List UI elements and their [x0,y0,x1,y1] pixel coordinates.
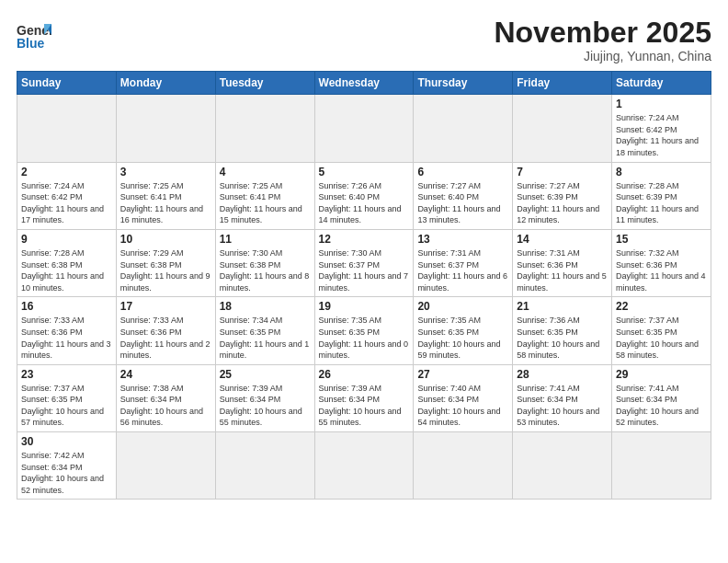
table-row: 9Sunrise: 7:28 AM Sunset: 6:38 PM Daylig… [17,229,117,296]
day-info: Sunrise: 7:35 AM Sunset: 6:35 PM Dayligh… [319,315,410,361]
day-number: 12 [319,233,410,246]
day-number: 10 [120,233,211,246]
table-row [513,432,612,500]
day-number: 20 [417,300,508,313]
day-info: Sunrise: 7:33 AM Sunset: 6:36 PM Dayligh… [120,315,211,361]
table-row: 24Sunrise: 7:38 AM Sunset: 6:34 PM Dayli… [116,364,215,431]
calendar-last-row: 30Sunrise: 7:42 AM Sunset: 6:34 PM Dayli… [17,432,711,500]
day-info: Sunrise: 7:32 AM Sunset: 6:36 PM Dayligh… [616,247,707,293]
table-row: 16Sunrise: 7:33 AM Sunset: 6:36 PM Dayli… [17,297,117,364]
table-row [215,95,314,162]
day-info: Sunrise: 7:33 AM Sunset: 6:36 PM Dayligh… [21,315,112,361]
col-friday: Friday [513,72,612,95]
day-info: Sunrise: 7:30 AM Sunset: 6:38 PM Dayligh… [220,247,311,293]
day-number: 4 [220,166,311,178]
day-number: 11 [220,233,311,246]
table-row: 20Sunrise: 7:35 AM Sunset: 6:35 PM Dayli… [414,297,513,364]
day-number: 8 [616,166,707,178]
table-row: 29Sunrise: 7:41 AM Sunset: 6:34 PM Dayli… [612,364,711,431]
day-info: Sunrise: 7:24 AM Sunset: 6:42 PM Dayligh… [21,180,112,226]
table-row [414,95,513,162]
calendar-header-row: Sunday Monday Tuesday Wednesday Thursday… [17,72,711,95]
col-saturday: Saturday [612,72,711,95]
title-block: November 2025 Jiujing, Yunnan, China [494,17,711,63]
day-number: 9 [21,233,112,246]
day-info: Sunrise: 7:37 AM Sunset: 6:35 PM Dayligh… [21,383,112,429]
col-monday: Monday [116,72,215,95]
table-row [215,432,314,500]
day-info: Sunrise: 7:39 AM Sunset: 6:34 PM Dayligh… [220,383,311,429]
table-row [116,95,215,162]
day-number: 22 [616,300,707,313]
table-row: 12Sunrise: 7:30 AM Sunset: 6:37 PM Dayli… [314,229,414,296]
table-row: 25Sunrise: 7:39 AM Sunset: 6:34 PM Dayli… [215,364,314,431]
day-number: 1 [616,98,707,110]
table-row: 10Sunrise: 7:29 AM Sunset: 6:38 PM Dayli… [116,229,215,296]
day-info: Sunrise: 7:29 AM Sunset: 6:38 PM Dayligh… [120,247,211,293]
day-info: Sunrise: 7:34 AM Sunset: 6:35 PM Dayligh… [220,315,311,361]
day-number: 14 [517,233,608,246]
day-info: Sunrise: 7:30 AM Sunset: 6:37 PM Dayligh… [319,247,410,293]
table-row: 28Sunrise: 7:41 AM Sunset: 6:34 PM Dayli… [513,364,612,431]
day-number: 15 [616,233,707,246]
table-row: 1Sunrise: 7:24 AM Sunset: 6:42 PM Daylig… [612,95,711,162]
day-info: Sunrise: 7:41 AM Sunset: 6:34 PM Dayligh… [616,383,707,429]
calendar-week-row: 2Sunrise: 7:24 AM Sunset: 6:42 PM Daylig… [17,162,711,229]
calendar-week-row: 9Sunrise: 7:28 AM Sunset: 6:38 PM Daylig… [17,229,711,296]
table-row: 6Sunrise: 7:27 AM Sunset: 6:40 PM Daylig… [414,162,513,229]
day-number: 17 [120,300,211,313]
col-wednesday: Wednesday [314,72,414,95]
day-number: 13 [417,233,508,246]
table-row: 27Sunrise: 7:40 AM Sunset: 6:34 PM Dayli… [414,364,513,431]
col-sunday: Sunday [17,72,117,95]
table-row [513,95,612,162]
day-number: 24 [120,368,211,381]
table-row: 22Sunrise: 7:37 AM Sunset: 6:35 PM Dayli… [612,297,711,364]
svg-text:Blue: Blue [17,36,45,51]
day-number: 29 [616,368,707,381]
calendar-week-row: 16Sunrise: 7:33 AM Sunset: 6:36 PM Dayli… [17,297,711,364]
table-row [414,432,513,500]
table-row [116,432,215,500]
day-info: Sunrise: 7:28 AM Sunset: 6:39 PM Dayligh… [616,180,707,226]
col-thursday: Thursday [414,72,513,95]
logo-icon: General Blue [17,17,51,52]
day-number: 7 [517,166,608,178]
day-info: Sunrise: 7:40 AM Sunset: 6:34 PM Dayligh… [417,383,508,429]
table-row: 14Sunrise: 7:31 AM Sunset: 6:36 PM Dayli… [513,229,612,296]
calendar-week-row: 23Sunrise: 7:37 AM Sunset: 6:35 PM Dayli… [17,364,711,431]
table-row [612,432,711,500]
day-info: Sunrise: 7:39 AM Sunset: 6:34 PM Dayligh… [319,383,410,429]
day-number: 19 [319,300,410,313]
day-number: 2 [21,166,112,178]
logo: General Blue [17,17,51,52]
day-number: 27 [417,368,508,381]
table-row: 15Sunrise: 7:32 AM Sunset: 6:36 PM Dayli… [612,229,711,296]
table-row: 5Sunrise: 7:26 AM Sunset: 6:40 PM Daylig… [314,162,414,229]
day-number: 21 [517,300,608,313]
table-row: 30Sunrise: 7:42 AM Sunset: 6:34 PM Dayli… [17,432,117,500]
day-info: Sunrise: 7:24 AM Sunset: 6:42 PM Dayligh… [616,112,707,158]
day-info: Sunrise: 7:26 AM Sunset: 6:40 PM Dayligh… [319,180,410,226]
calendar-page: General Blue November 2025 Jiujing, Yunn… [0,0,728,563]
day-info: Sunrise: 7:42 AM Sunset: 6:34 PM Dayligh… [21,450,112,496]
day-number: 6 [417,166,508,178]
table-row: 8Sunrise: 7:28 AM Sunset: 6:39 PM Daylig… [612,162,711,229]
day-number: 16 [21,300,112,313]
day-info: Sunrise: 7:27 AM Sunset: 6:39 PM Dayligh… [517,180,608,226]
table-row: 13Sunrise: 7:31 AM Sunset: 6:37 PM Dayli… [414,229,513,296]
day-number: 5 [319,166,410,178]
table-row [314,95,414,162]
day-info: Sunrise: 7:28 AM Sunset: 6:38 PM Dayligh… [21,247,112,293]
location: Jiujing, Yunnan, China [494,49,711,63]
day-number: 28 [517,368,608,381]
table-row [314,432,414,500]
day-number: 26 [319,368,410,381]
header: General Blue November 2025 Jiujing, Yunn… [17,17,711,63]
table-row: 11Sunrise: 7:30 AM Sunset: 6:38 PM Dayli… [215,229,314,296]
day-info: Sunrise: 7:38 AM Sunset: 6:34 PM Dayligh… [120,383,211,429]
table-row: 21Sunrise: 7:36 AM Sunset: 6:35 PM Dayli… [513,297,612,364]
day-info: Sunrise: 7:25 AM Sunset: 6:41 PM Dayligh… [220,180,311,226]
day-info: Sunrise: 7:31 AM Sunset: 6:36 PM Dayligh… [517,247,608,293]
table-row: 17Sunrise: 7:33 AM Sunset: 6:36 PM Dayli… [116,297,215,364]
